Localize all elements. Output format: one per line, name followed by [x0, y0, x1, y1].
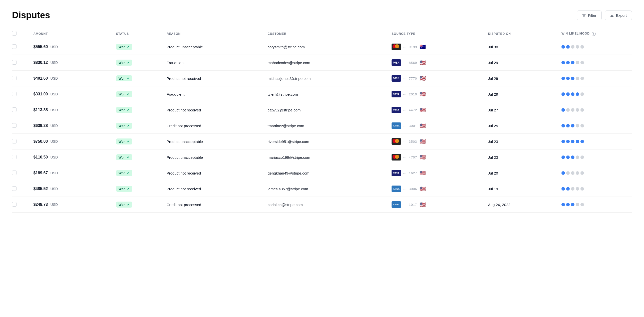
- source-cell: AMEX ···· 3006 🇺🇸: [392, 186, 482, 192]
- card-visa-icon: VISA: [392, 91, 401, 97]
- card-dots: ···· 1017: [403, 203, 417, 207]
- row-check[interactable]: [12, 102, 30, 118]
- row-checkbox[interactable]: [12, 155, 17, 159]
- check-icon: ✓: [127, 139, 130, 143]
- row-check[interactable]: [12, 134, 30, 149]
- source-cell: ···· 9199 🇦🇺: [392, 44, 482, 50]
- table-row[interactable]: $485.52 USD Won ✓ Product not received j…: [12, 181, 632, 197]
- row-checkbox[interactable]: [12, 44, 17, 49]
- row-checkbox[interactable]: [12, 186, 17, 191]
- card-dots: ···· 4472: [403, 108, 417, 112]
- likelihood-dot: [571, 203, 574, 206]
- row-checkbox[interactable]: [12, 202, 17, 207]
- row-customer: michaeljones@stripe.com: [265, 71, 389, 86]
- page-title: Disputes: [12, 10, 50, 21]
- row-source: VISA ···· 7770 🇺🇸: [389, 71, 485, 86]
- row-amount: $113.38 USD: [30, 102, 113, 118]
- card-dots: ···· 3503: [403, 140, 417, 143]
- status-label: Won: [119, 61, 126, 65]
- table-row[interactable]: $189.67 USD Won ✓ Product not received g…: [12, 165, 632, 181]
- likelihood-dot: [576, 203, 579, 206]
- row-checkbox[interactable]: [12, 123, 17, 128]
- likelihood-dots: [561, 140, 629, 143]
- row-amount: $485.52 USD: [30, 181, 113, 197]
- filter-button[interactable]: Filter: [577, 11, 601, 20]
- country-flag: 🇺🇸: [420, 60, 426, 66]
- col-header-status: STATUS: [113, 29, 164, 39]
- source-cell: AMEX ···· 3001 🇺🇸: [392, 122, 482, 129]
- row-check[interactable]: [12, 165, 30, 181]
- status-badge: Won ✓: [116, 138, 132, 144]
- row-status: Won ✓: [113, 39, 164, 55]
- status-badge: Won ✓: [116, 60, 132, 66]
- likelihood-dot: [566, 203, 570, 206]
- likelihood-dot: [580, 45, 584, 49]
- row-checkbox[interactable]: [12, 76, 17, 80]
- row-checkbox[interactable]: [12, 92, 17, 96]
- row-amount: $830.12 USD: [30, 55, 113, 71]
- likelihood-dot: [580, 77, 584, 80]
- status-label: Won: [119, 140, 126, 143]
- row-check[interactable]: [12, 55, 30, 71]
- table-row[interactable]: $401.60 USD Won ✓ Product not received m…: [12, 71, 632, 86]
- select-all-checkbox[interactable]: [12, 31, 17, 36]
- row-status: Won ✓: [113, 71, 164, 86]
- row-disputed-on: Jul 23: [485, 134, 559, 149]
- likelihood-dot: [571, 77, 574, 80]
- row-likelihood: [558, 134, 632, 149]
- row-disputed-on: Jul 20: [485, 165, 559, 181]
- filter-icon: [582, 13, 586, 17]
- row-check[interactable]: [12, 197, 30, 213]
- likelihood-dots: [561, 61, 629, 64]
- table-row[interactable]: $248.73 USD Won ✓ Credit not processed c…: [12, 197, 632, 213]
- table-row[interactable]: $750.00 USD Won ✓ Product unacceptable r…: [12, 134, 632, 149]
- amount-value: $189.67: [33, 171, 48, 175]
- row-reason: Product unacceptable: [164, 149, 265, 165]
- card-visa-icon: VISA: [392, 75, 401, 82]
- row-amount: $110.50 USD: [30, 149, 113, 165]
- row-checkbox[interactable]: [12, 171, 17, 175]
- check-icon: ✓: [127, 92, 130, 96]
- row-check[interactable]: [12, 181, 30, 197]
- likelihood-dot: [571, 140, 574, 143]
- row-disputed-on: Jul 29: [485, 86, 559, 102]
- likelihood-dot: [580, 140, 584, 143]
- country-flag: 🇺🇸: [420, 138, 426, 144]
- row-check[interactable]: [12, 39, 30, 55]
- row-check[interactable]: [12, 71, 30, 86]
- source-cell: ···· 3503 🇺🇸: [392, 138, 482, 145]
- row-checkbox[interactable]: [12, 107, 17, 112]
- status-label: Won: [119, 155, 126, 159]
- table-row[interactable]: $555.60 USD Won ✓ Product unacceptable c…: [12, 39, 632, 55]
- table-row[interactable]: $113.38 USD Won ✓ Product not received c…: [12, 102, 632, 118]
- status-badge: Won ✓: [116, 75, 132, 81]
- row-checkbox[interactable]: [12, 139, 17, 143]
- row-check[interactable]: [12, 86, 30, 102]
- likelihood-dot: [561, 171, 565, 175]
- likelihood-dot: [576, 92, 579, 96]
- status-label: Won: [119, 108, 126, 112]
- row-check[interactable]: [12, 149, 30, 165]
- row-status: Won ✓: [113, 165, 164, 181]
- status-label: Won: [119, 187, 126, 191]
- row-amount: $331.00 USD: [30, 86, 113, 102]
- status-badge: Won ✓: [116, 154, 132, 160]
- amount-value: $248.73: [33, 202, 48, 207]
- row-reason: Credit not processed: [164, 118, 265, 134]
- card-dots: ···· 4707: [403, 155, 417, 159]
- currency-value: USD: [50, 76, 58, 80]
- row-checkbox[interactable]: [12, 60, 17, 65]
- row-disputed-on: Jul 25: [485, 118, 559, 134]
- likelihood-dot: [580, 171, 584, 175]
- source-cell: VISA ···· 8569 🇺🇸: [392, 59, 482, 66]
- row-customer: catw52@stripe.com: [265, 102, 389, 118]
- table-row[interactable]: $639.28 USD Won ✓ Credit not processed t…: [12, 118, 632, 134]
- country-flag: 🇦🇺: [420, 44, 426, 50]
- export-button[interactable]: Export: [605, 11, 632, 20]
- row-check[interactable]: [12, 118, 30, 134]
- row-likelihood: [558, 55, 632, 71]
- table-row[interactable]: $830.12 USD Won ✓ Fraudulent mahadcodes@…: [12, 55, 632, 71]
- table-row[interactable]: $331.00 USD Won ✓ Fraudulent tylerh@stri…: [12, 86, 632, 102]
- table-row[interactable]: $110.50 USD Won ✓ Product unacceptable m…: [12, 149, 632, 165]
- row-source: ···· 4707 🇺🇸: [389, 149, 485, 165]
